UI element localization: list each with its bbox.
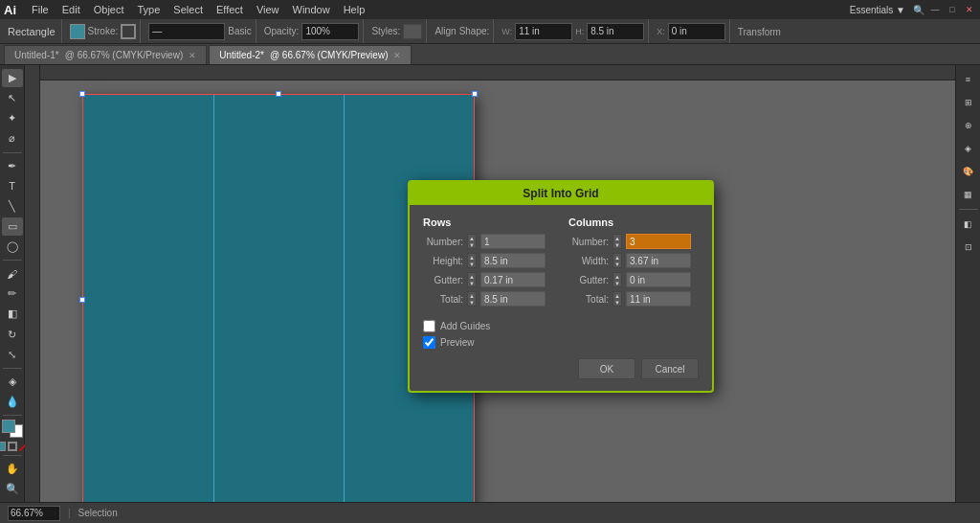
- rows-height-down[interactable]: ▼: [468, 261, 476, 267]
- panel-align[interactable]: ≡: [958, 69, 979, 90]
- rows-total-input[interactable]: [480, 291, 546, 307]
- rows-number-up[interactable]: ▲: [468, 235, 476, 241]
- rows-number-down[interactable]: ▼: [468, 241, 476, 248]
- menu-object[interactable]: Object: [88, 3, 130, 16]
- rows-gutter-down[interactable]: ▼: [468, 280, 476, 286]
- tab2-close[interactable]: ✕: [393, 51, 401, 60]
- tool-scale[interactable]: ⤡: [2, 346, 23, 364]
- tool-magic-wand[interactable]: ✦: [2, 109, 23, 127]
- rows-height-input[interactable]: [480, 253, 546, 268]
- cols-width-down[interactable]: ▼: [613, 261, 621, 267]
- handle-tl[interactable]: [79, 91, 85, 97]
- tool-gradient[interactable]: ◈: [2, 373, 23, 391]
- tool-hand[interactable]: ✋: [2, 460, 23, 478]
- cols-number-input[interactable]: [626, 234, 691, 249]
- rows-height-spinner[interactable]: ▲ ▼: [467, 253, 477, 268]
- rows-height-up[interactable]: ▲: [468, 254, 476, 261]
- tool-direct-selection[interactable]: ↖: [2, 89, 23, 107]
- rows-total-spinner[interactable]: ▲ ▼: [467, 291, 477, 307]
- rows-gutter-input[interactable]: [480, 272, 546, 287]
- tab1-close[interactable]: ✕: [189, 51, 196, 60]
- stroke-swatch[interactable]: [121, 24, 136, 39]
- cols-number-up[interactable]: ▲: [613, 235, 621, 241]
- essentials-dropdown[interactable]: Essentials ▼: [846, 5, 909, 15]
- cols-total-input[interactable]: [626, 291, 691, 307]
- handle-tm[interactable]: [276, 91, 281, 97]
- tool-text[interactable]: T: [2, 177, 23, 195]
- width-input[interactable]: [515, 23, 572, 40]
- add-guides-checkbox[interactable]: [423, 320, 435, 332]
- cols-gutter-up[interactable]: ▲: [613, 273, 621, 280]
- tool-eraser[interactable]: ◧: [2, 305, 23, 323]
- cols-gutter-down[interactable]: ▼: [613, 280, 621, 286]
- tool-lasso[interactable]: ⌀: [2, 129, 23, 148]
- tool-rect[interactable]: ▭: [2, 217, 23, 236]
- cols-total-up[interactable]: ▲: [613, 292, 621, 299]
- panel-layers[interactable]: ◧: [958, 214, 979, 235]
- foreground-color-box[interactable]: [2, 420, 15, 433]
- tool-rotate[interactable]: ↻: [2, 325, 23, 343]
- panel-transform[interactable]: ⊞: [958, 92, 979, 113]
- menu-window[interactable]: Window: [287, 3, 336, 16]
- panel-color[interactable]: 🎨: [958, 161, 979, 182]
- menu-help[interactable]: Help: [338, 3, 371, 16]
- panel-pathfinder[interactable]: ⊕: [958, 115, 979, 136]
- cols-gutter-input[interactable]: [626, 272, 691, 287]
- tool-zoom[interactable]: 🔍: [2, 480, 23, 498]
- fill-color-swatch[interactable]: [70, 24, 85, 39]
- preview-checkbox[interactable]: [423, 336, 435, 349]
- cols-width-up[interactable]: ▲: [613, 254, 621, 261]
- height-input[interactable]: [587, 23, 644, 40]
- cols-width-input[interactable]: [626, 253, 691, 268]
- fill-mode-btn[interactable]: [0, 442, 6, 451]
- stroke-width-input[interactable]: [148, 23, 225, 40]
- cols-number-down[interactable]: ▼: [613, 241, 621, 248]
- tool-ellipse[interactable]: ◯: [2, 238, 23, 256]
- tool-pencil[interactable]: ✏: [2, 284, 23, 303]
- styles-section: Styles:: [368, 19, 427, 43]
- rows-number-input[interactable]: [480, 234, 546, 249]
- color-boxes[interactable]: [2, 420, 23, 438]
- rows-total-up[interactable]: ▲: [468, 292, 476, 299]
- menu-view[interactable]: View: [251, 3, 285, 16]
- rows-number-spinner[interactable]: ▲ ▼: [467, 234, 477, 249]
- handle-ml[interactable]: [79, 297, 85, 303]
- menu-effect[interactable]: Effect: [211, 3, 249, 16]
- menu-type[interactable]: Type: [132, 3, 167, 16]
- cols-total-down[interactable]: ▼: [613, 299, 621, 306]
- minimize-button[interactable]: —: [928, 3, 942, 16]
- tool-selection[interactable]: ▶: [2, 69, 23, 87]
- rows-number-row: Number: ▲ ▼: [423, 234, 553, 249]
- tool-line[interactable]: ╲: [2, 197, 23, 216]
- canvas-area[interactable]: Split Into Grid Rows Number: ▲ ▼: [25, 65, 955, 502]
- maximize-button[interactable]: □: [946, 3, 959, 16]
- menu-file[interactable]: File: [26, 3, 55, 16]
- tool-pen[interactable]: ✒: [2, 156, 23, 174]
- preview-label: Preview: [440, 337, 475, 348]
- x-input[interactable]: [668, 23, 725, 40]
- opacity-input[interactable]: [301, 23, 359, 40]
- styles-swatch[interactable]: [403, 24, 422, 39]
- rows-total-down[interactable]: ▼: [468, 299, 476, 306]
- tool-brush[interactable]: 🖌: [2, 264, 23, 283]
- menu-edit[interactable]: Edit: [56, 3, 86, 16]
- tool-eyedrop[interactable]: 💧: [2, 393, 23, 411]
- rows-gutter-spinner[interactable]: ▲ ▼: [467, 272, 477, 287]
- cols-total-spinner[interactable]: ▲ ▼: [612, 291, 622, 307]
- close-button[interactable]: ✕: [963, 3, 976, 16]
- panel-artboards[interactable]: ⊡: [958, 237, 979, 258]
- cols-gutter-spinner[interactable]: ▲ ▼: [612, 272, 622, 287]
- cancel-button[interactable]: Cancel: [641, 358, 699, 379]
- menu-select[interactable]: Select: [167, 3, 209, 16]
- stroke-mode-btn[interactable]: [8, 442, 17, 451]
- ok-button[interactable]: OK: [578, 358, 635, 379]
- cols-number-spinner[interactable]: ▲ ▼: [612, 234, 622, 249]
- rows-gutter-up[interactable]: ▲: [468, 273, 476, 280]
- zoom-input[interactable]: [8, 506, 60, 521]
- panel-swatches[interactable]: ▦: [958, 184, 979, 205]
- cols-width-spinner[interactable]: ▲ ▼: [612, 253, 622, 268]
- handle-tr[interactable]: [472, 91, 478, 97]
- tab-untitled1[interactable]: Untitled-1* @ 66.67% (CMYK/Preview) ✕: [4, 45, 207, 64]
- tab-untitled2[interactable]: Untitled-2* @ 66.67% (CMYK/Preview) ✕: [209, 45, 412, 64]
- panel-appearance[interactable]: ◈: [958, 138, 979, 159]
